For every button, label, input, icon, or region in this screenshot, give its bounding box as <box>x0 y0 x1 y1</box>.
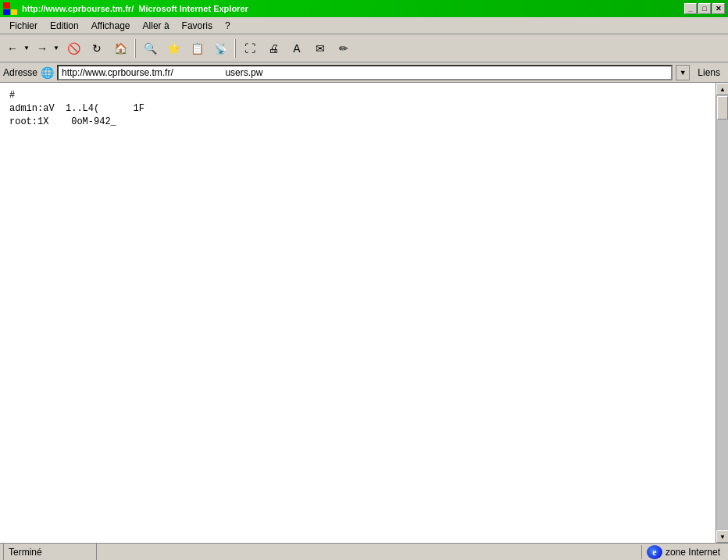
history-button[interactable]: 📋 <box>186 37 208 59</box>
back-nav: ← ▼ <box>3 37 31 59</box>
address-dropdown[interactable]: ▼ <box>676 65 690 80</box>
vertical-scrollbar[interactable]: ▲ ▼ <box>716 83 728 543</box>
address-bar: Adresse 🌐 ▼ Liens <box>0 62 728 83</box>
mail-button[interactable]: ✉ <box>309 37 331 59</box>
status-text: Terminé <box>9 547 42 558</box>
content-line3: root:1X 0oM-942_ <box>9 116 706 129</box>
forward-nav: → ▼ <box>33 37 61 59</box>
separator-1 <box>134 39 136 58</box>
menu-aller[interactable]: Aller à <box>137 19 176 33</box>
menu-help[interactable]: ? <box>219 19 237 33</box>
scroll-track[interactable] <box>716 95 728 530</box>
font-button[interactable]: A <box>286 37 308 59</box>
menu-edition[interactable]: Edition <box>44 19 85 33</box>
title-bar-left: http://www.cprbourse.tm.fr/ Microsoft In… <box>3 2 248 15</box>
status-text-section: Terminé <box>3 544 97 560</box>
close-button[interactable]: ✕ <box>712 3 725 14</box>
ie-logo-icon <box>647 545 662 559</box>
back-button[interactable]: ← <box>3 37 22 59</box>
minimize-button[interactable]: _ <box>684 3 697 14</box>
scroll-down-button[interactable]: ▼ <box>716 530 728 543</box>
stop-button[interactable]: 🚫 <box>62 37 84 59</box>
search-button[interactable]: 🔍 <box>139 37 161 59</box>
content-line1: # <box>9 89 706 102</box>
print-button[interactable]: 🖨 <box>262 37 284 59</box>
fullscreen-button[interactable]: ⛶ <box>239 37 261 59</box>
page-icon: 🌐 <box>41 66 54 79</box>
address-label: Adresse <box>3 67 37 78</box>
scroll-thumb[interactable] <box>717 96 728 119</box>
content-wrapper: # admin:aV 1..L4( 1F root:1X 0oM-942_ ▲ … <box>0 83 728 543</box>
menu-bar: Fichier Edition Affichage Aller à Favori… <box>0 17 728 34</box>
forward-dropdown[interactable]: ▼ <box>52 37 61 59</box>
separator-2 <box>234 39 236 58</box>
maximize-button[interactable]: □ <box>698 3 711 14</box>
menu-fichier[interactable]: Fichier <box>3 19 44 33</box>
zone-text: zone Internet <box>666 547 720 558</box>
scroll-up-button[interactable]: ▲ <box>716 83 728 95</box>
title-bar-buttons: _ □ ✕ <box>684 3 725 14</box>
menu-favoris[interactable]: Favoris <box>176 19 219 33</box>
title-bar: http://www.cprbourse.tm.fr/ Microsoft In… <box>0 0 728 17</box>
forward-button[interactable]: → <box>33 37 52 59</box>
status-zone-section: zone Internet <box>641 545 725 559</box>
liens-button[interactable]: Liens <box>693 66 725 80</box>
status-bar: Terminé zone Internet <box>0 543 728 560</box>
content-area: # admin:aV 1..L4( 1F root:1X 0oM-942_ <box>0 83 716 543</box>
favorites-button[interactable]: ⭐ <box>162 37 184 59</box>
back-dropdown[interactable]: ▼ <box>22 37 31 59</box>
toolbar: ← ▼ → ▼ 🚫 ↻ 🏠 🔍 ⭐ 📋 📡 ⛶ 🖨 A ✉ ✏ <box>0 34 728 62</box>
home-button[interactable]: 🏠 <box>109 37 131 59</box>
menu-affichage[interactable]: Affichage <box>85 19 137 33</box>
windows-logo-icon <box>3 2 17 15</box>
edit-button[interactable]: ✏ <box>333 37 355 59</box>
address-input[interactable] <box>57 65 673 80</box>
channels-button[interactable]: 📡 <box>209 37 231 59</box>
content-line2: admin:aV 1..L4( 1F <box>9 102 706 116</box>
title-bar-url: http://www.cprbourse.tm.fr/ <box>22 4 134 13</box>
refresh-button[interactable]: ↻ <box>86 37 108 59</box>
title-bar-title: Microsoft Internet Explorer <box>138 4 248 13</box>
